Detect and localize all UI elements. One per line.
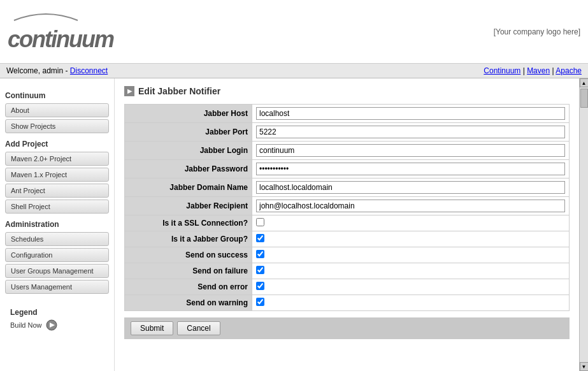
disconnect-link[interactable]: Disconnect: [70, 66, 108, 75]
send-warning-checkbox[interactable]: [256, 298, 264, 306]
legend: Legend Build Now: [5, 299, 109, 333]
apache-nav-link[interactable]: Apache: [556, 66, 582, 75]
send-warning-row: Send on warning: [125, 295, 570, 311]
jabber-group-checkbox[interactable]: [256, 234, 264, 242]
top-nav: Continuum | Maven | Apache: [484, 66, 582, 75]
jabber-port-row: Jabber Port: [125, 123, 570, 142]
edit-icon: ▶: [124, 86, 134, 96]
form-table: Jabber Host Jabber Port Jabber Login: [124, 104, 570, 311]
send-success-label: Send on success: [125, 247, 252, 263]
send-success-row: Send on success: [125, 247, 570, 263]
ssl-connection-cell: [252, 215, 570, 231]
build-now-icon: [46, 319, 57, 331]
main-layout: Continuum About Show Projects Add Projec…: [0, 78, 579, 371]
jabber-login-label: Jabber Login: [125, 142, 252, 160]
maven-nav-link[interactable]: Maven: [527, 66, 550, 75]
send-error-cell: [252, 279, 570, 295]
welcome-text: Welcome, admin: [6, 66, 63, 75]
send-warning-label: Send on warning: [125, 295, 252, 311]
sidebar-item-configuration[interactable]: Configuration: [5, 248, 109, 262]
jabber-password-input[interactable]: [256, 163, 565, 175]
jabber-login-input[interactable]: [256, 144, 565, 157]
jabber-host-cell: [252, 105, 570, 123]
content-area: ▶ Edit Jabber Notifier Jabber Host Jabbe…: [115, 78, 579, 371]
sidebar-item-shell-project[interactable]: Shell Project: [5, 200, 109, 214]
jabber-port-input[interactable]: [256, 126, 565, 138]
send-error-row: Send on error: [125, 279, 570, 295]
page-title: Edit Jabber Notifier: [138, 86, 220, 96]
jabber-domain-cell: [252, 178, 570, 197]
sidebar-section-continuum: Continuum: [5, 91, 109, 100]
send-error-checkbox[interactable]: [256, 282, 264, 290]
jabber-domain-row: Jabber Domain Name: [125, 178, 570, 197]
sidebar-section-add-project: Add Project: [5, 140, 109, 149]
jabber-recipient-input[interactable]: [256, 200, 565, 212]
send-failure-cell: [252, 263, 570, 279]
jabber-group-label: Is it a Jabber Group?: [125, 231, 252, 247]
sidebar-item-users[interactable]: Users Management: [5, 280, 109, 294]
jabber-port-cell: [252, 123, 570, 142]
send-success-checkbox[interactable]: [256, 250, 264, 258]
jabber-password-cell: [252, 160, 570, 178]
jabber-login-cell: [252, 142, 570, 160]
submit-button[interactable]: Submit: [131, 321, 173, 335]
sidebar-item-maven2-project[interactable]: Maven 2.0+ Project: [5, 152, 109, 166]
jabber-recipient-row: Jabber Recipient: [125, 197, 570, 215]
jabber-host-row: Jabber Host: [125, 105, 570, 123]
navbar: Welcome, admin - Disconnect Continuum | …: [0, 64, 588, 78]
buttons-row: Submit Cancel: [124, 317, 570, 339]
header: continuum [Your company logo here]: [0, 0, 588, 64]
jabber-domain-input[interactable]: [256, 181, 565, 194]
sidebar-item-ant-project[interactable]: Ant Project: [5, 184, 109, 198]
jabber-password-row: Jabber Password: [125, 160, 570, 178]
send-success-cell: [252, 247, 570, 263]
ssl-connection-label: Is it a SSL Connection?: [125, 215, 252, 231]
send-failure-row: Send on failure: [125, 263, 570, 279]
jabber-domain-label: Jabber Domain Name: [125, 178, 252, 197]
send-warning-cell: [252, 295, 570, 311]
scroll-down-arrow[interactable]: ▼: [580, 362, 589, 371]
continuum-nav-link[interactable]: Continuum: [484, 66, 520, 75]
send-error-label: Send on error: [125, 279, 252, 295]
ssl-connection-checkbox[interactable]: [256, 218, 264, 226]
sidebar: Continuum About Show Projects Add Projec…: [0, 78, 115, 371]
scroll-up-arrow[interactable]: ▲: [580, 78, 589, 87]
jabber-port-label: Jabber Port: [125, 123, 252, 142]
separator: -: [66, 66, 70, 75]
scrollbar[interactable]: ▲ ▼: [579, 78, 588, 371]
jabber-host-label: Jabber Host: [125, 105, 252, 123]
send-failure-label: Send on failure: [125, 263, 252, 279]
sidebar-item-schedules[interactable]: Schedules: [5, 232, 109, 246]
ssl-connection-row: Is it a SSL Connection?: [125, 215, 570, 231]
logo-area: continuum: [8, 11, 113, 53]
jabber-group-cell: [252, 231, 570, 247]
sidebar-item-about[interactable]: About: [5, 103, 109, 117]
sidebar-item-user-groups[interactable]: User Groups Management: [5, 264, 109, 278]
sidebar-item-maven1-project[interactable]: Maven 1.x Project: [5, 168, 109, 182]
jabber-login-row: Jabber Login: [125, 142, 570, 160]
legend-title: Legend: [10, 308, 104, 317]
cancel-button[interactable]: Cancel: [177, 321, 220, 335]
welcome-area: Welcome, admin - Disconnect: [6, 66, 108, 75]
sidebar-section-administration: Administration: [5, 220, 109, 229]
company-logo-placeholder: [Your company logo here]: [494, 27, 580, 36]
jabber-recipient-cell: [252, 197, 570, 215]
send-failure-checkbox[interactable]: [256, 266, 264, 274]
logo-text: continuum: [8, 26, 113, 53]
jabber-host-input[interactable]: [256, 107, 565, 120]
legend-item-build-now: Build Now: [10, 319, 104, 331]
jabber-group-row: Is it a Jabber Group?: [125, 231, 570, 247]
logo-arc-icon: [8, 11, 84, 24]
build-now-label: Build Now: [10, 321, 42, 329]
page-title-bar: ▶ Edit Jabber Notifier: [124, 86, 570, 96]
jabber-recipient-label: Jabber Recipient: [125, 197, 252, 215]
sidebar-item-show-projects[interactable]: Show Projects: [5, 119, 109, 133]
scroll-thumb[interactable]: [580, 89, 588, 108]
jabber-password-label: Jabber Password: [125, 160, 252, 178]
